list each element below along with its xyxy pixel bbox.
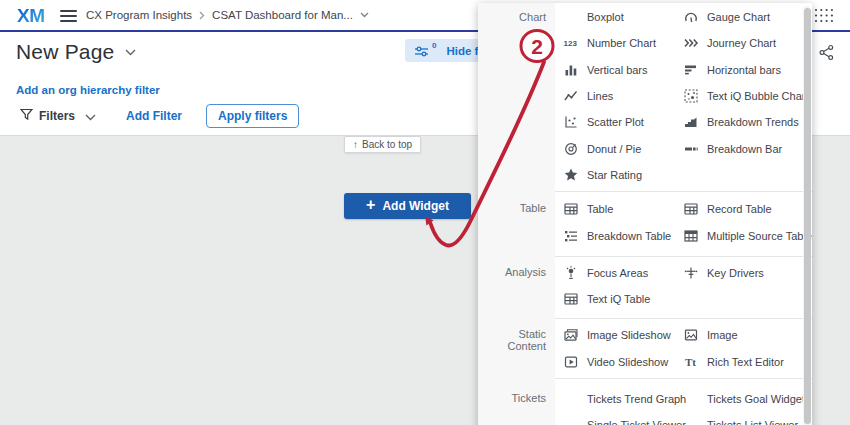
breakdown-bar-icon [683,141,699,157]
menu-item-label: Journey Chart [707,37,776,49]
journey-icon [683,35,699,51]
svg-text:Tt: Tt [685,356,696,368]
menu-item-label: Donut / Pie [587,143,641,155]
image-slideshow-icon [563,327,579,343]
section-items: BoxplotGauge Chart123Number ChartJourney… [555,3,812,191]
xm-logo: XM [17,5,45,27]
menu-item-scatter-plot[interactable]: Scatter Plot [555,109,675,135]
menu-item-label: Lines [587,90,613,102]
menu-item-label: Breakdown Trends [707,116,799,128]
menu-item-donut-pie[interactable]: Donut / Pie [555,135,675,161]
share-icon[interactable] [818,44,835,65]
menu-item-label: Number Chart [587,37,656,49]
section-label: Table [478,191,555,256]
menu-item-label: Star Rating [587,169,642,181]
bubble-chart-icon [683,88,699,104]
menu-item-record-table[interactable]: Record Table [675,196,812,222]
menu-item-table[interactable]: Table [555,196,675,222]
menu-item-rich-text-editor[interactable]: TtRich Text Editor [675,349,812,375]
chevron-right-icon [199,11,205,20]
menu-item-label: Tickets Goal Widget [707,393,805,405]
menu-item-label: Rich Text Editor [707,356,784,368]
menu-item-star-rating[interactable]: Star Rating [555,162,675,188]
menu-item-lines[interactable]: Lines [555,83,675,109]
section-label: Static Content [478,318,555,378]
menu-item-text-iq-table[interactable]: Text iQ Table [555,286,675,312]
menu-section-table: TableTableRecord TableBreakdown TableMul… [478,191,812,256]
breakdown-table-icon [563,228,579,244]
add-widget-label: Add Widget [382,199,449,213]
back-to-top-button[interactable]: ↑ Back to top [344,136,421,153]
menu-item-breakdown-table[interactable]: Breakdown Table [555,222,675,248]
menu-item-label: Multiple Source Table [707,230,812,242]
menu-item-label: Image Slideshow [587,329,671,341]
breakdown-trends-icon [683,114,699,130]
menu-item-label: Image [707,329,738,341]
menu-item-label: Tickets Trend Graph [587,393,686,405]
breadcrumb-dashboard[interactable]: CSAT Dashboard for Man... [212,9,353,21]
menu-item-label: Record Table [707,203,772,215]
menu-item-key-drivers[interactable]: Key Drivers [675,260,812,286]
no-icon [563,9,579,25]
menu-item-vertical-bars[interactable]: Vertical bars [555,57,675,83]
menu-item-tickets-goal-widget[interactable]: Tickets Goal Widget [675,386,812,412]
menu-item-breakdown-trends[interactable]: Breakdown Trends [675,109,812,135]
focus-areas-icon [563,265,579,281]
page-title-chevron-down-icon[interactable] [125,49,136,56]
horizontal-bars-icon [683,62,699,78]
lines-icon [563,88,579,104]
menu-item-boxplot[interactable]: Boxplot [555,4,675,30]
menu-item-journey-chart[interactable]: Journey Chart [675,30,812,56]
add-filter-link[interactable]: Add Filter [126,109,182,123]
breadcrumb-project[interactable]: CX Program Insights [86,9,192,21]
key-drivers-icon [683,265,699,281]
menu-item-focus-areas[interactable]: Focus Areas [555,260,675,286]
menu-item-breakdown-bar[interactable]: Breakdown Bar [675,135,812,161]
back-to-top-label: Back to top [362,139,412,150]
no-icon [563,417,579,425]
menu-section-tickets: TicketsTickets Trend GraphTickets Goal W… [478,378,812,425]
menu-item-label: Single Ticket Viewer [587,419,686,425]
menu-item-tickets-list-viewer[interactable]: Tickets List Viewer [675,412,812,425]
menu-item-single-ticket-viewer[interactable]: Single Ticket Viewer [555,412,675,425]
no-icon [683,391,699,407]
no-icon [563,391,579,407]
menu-item-multiple-source-table[interactable]: Multiple Source Table [675,222,812,248]
plus-icon: + [366,197,375,213]
widget-picker-menu: ChartBoxplotGauge Chart123Number ChartJo… [478,3,812,425]
chevron-down-icon[interactable] [360,12,369,18]
menu-item-horizontal-bars[interactable]: Horizontal bars [675,57,812,83]
filters-count-badge: 0 [432,41,436,50]
filters-label: Filters [39,109,75,123]
video-slideshow-icon [563,354,579,370]
add-org-hierarchy-filter-link[interactable]: Add an org hierarchy filter [16,84,160,96]
menu-item-label: Horizontal bars [707,64,781,76]
scrollbar-thumb[interactable] [804,8,811,424]
hamburger-menu-icon[interactable] [60,10,77,22]
scatter-plot-icon [563,114,579,130]
menu-item-label: Scatter Plot [587,116,644,128]
menu-item-text-iq-bubble-chart[interactable]: Text iQ Bubble Chart [675,83,812,109]
section-label: Tickets [478,378,555,425]
sliders-icon [415,45,430,57]
table-icon [563,201,579,217]
menu-item-label: Vertical bars [587,64,648,76]
menu-scrollbar [803,6,811,425]
menu-item-label: Tickets List Viewer [707,419,798,425]
menu-item-video-slideshow[interactable]: Video Slideshow [555,349,675,375]
add-widget-button[interactable]: + Add Widget [344,193,471,219]
menu-item-label: Text iQ Table [587,293,650,305]
menu-item-gauge-chart[interactable]: Gauge Chart [675,4,812,30]
filters-chevron-down-icon[interactable] [85,107,96,125]
menu-item-image[interactable]: Image [675,322,812,348]
arrow-up-icon: ↑ [353,139,358,150]
menu-item-tickets-trend-graph[interactable]: Tickets Trend Graph [555,386,675,412]
svg-text:123: 123 [564,39,578,48]
menu-section-static-content: Static ContentImage SlideshowImageVideo … [478,318,812,378]
section-items: Tickets Trend GraphTickets Goal WidgetSi… [555,378,812,425]
apply-filters-button[interactable]: Apply filters [206,104,299,128]
menu-section-analysis: AnalysisFocus AreasKey DriversText iQ Ta… [478,256,812,319]
app-grid-icon[interactable] [814,8,834,24]
menu-item-number-chart[interactable]: 123Number Chart [555,30,675,56]
menu-item-image-slideshow[interactable]: Image Slideshow [555,322,675,348]
